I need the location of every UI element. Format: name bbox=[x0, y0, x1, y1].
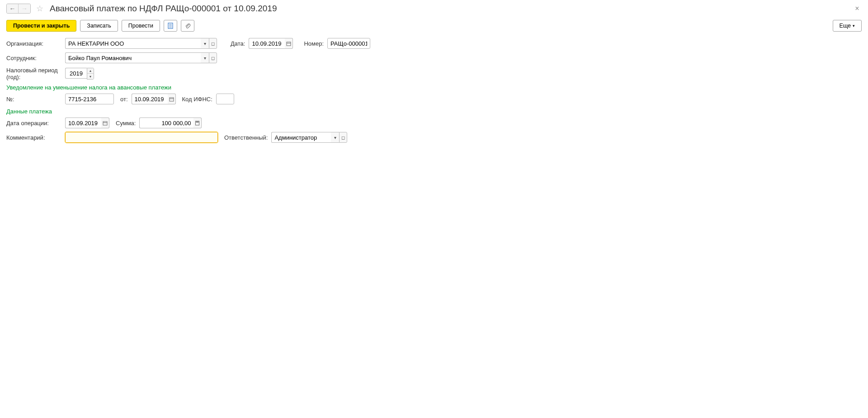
toolbar: Провести и закрыть Записать Провести Еще… bbox=[6, 20, 862, 32]
comment-input[interactable] bbox=[65, 132, 218, 143]
spinner-down-button[interactable]: ▼ bbox=[87, 74, 94, 79]
ifns-code-label: Код ИФНС: bbox=[182, 96, 212, 103]
report-button[interactable] bbox=[164, 20, 177, 32]
svg-rect-4 bbox=[287, 42, 291, 46]
responsible-dropdown-button[interactable]: ▾ bbox=[331, 132, 339, 143]
op-date-label: Дата операции: bbox=[6, 120, 61, 127]
amount-input[interactable] bbox=[139, 117, 193, 128]
notice-date-picker-button[interactable] bbox=[168, 94, 176, 104]
paperclip-icon bbox=[184, 23, 191, 29]
open-icon: ◻ bbox=[211, 56, 215, 61]
employee-dropdown-button[interactable]: ▾ bbox=[201, 52, 209, 63]
attachment-button[interactable] bbox=[181, 20, 194, 32]
date-label: Дата: bbox=[231, 40, 245, 47]
notice-from-label: от: bbox=[120, 96, 128, 103]
chevron-down-icon: ▾ bbox=[204, 56, 206, 61]
post-and-close-button[interactable]: Провести и закрыть bbox=[6, 20, 76, 32]
page-title: Авансовый платеж по НДФЛ РАЩо-000001 от … bbox=[50, 4, 277, 14]
open-icon: ◻ bbox=[211, 41, 215, 46]
amount-label: Сумма: bbox=[116, 120, 136, 127]
tax-year-spinner: ▲ ▼ bbox=[87, 68, 94, 80]
op-date-picker-button[interactable] bbox=[101, 117, 109, 128]
section-payment-title: Данные платежа bbox=[6, 108, 862, 115]
header: ← → ☆ Авансовый платеж по НДФЛ РАЩо-0000… bbox=[6, 4, 862, 14]
arrow-right-icon: → bbox=[21, 5, 28, 12]
arrow-left-icon: ← bbox=[9, 5, 16, 12]
org-label: Организация: bbox=[6, 40, 61, 47]
employee-input[interactable] bbox=[65, 52, 201, 63]
employee-label: Сотрудник: bbox=[6, 55, 61, 61]
responsible-input[interactable] bbox=[271, 132, 331, 143]
close-button[interactable]: × bbox=[853, 4, 862, 13]
section-notice-title: Уведомление на уменьшение налога на аван… bbox=[6, 84, 862, 91]
calendar-icon bbox=[286, 41, 291, 46]
save-button[interactable]: Записать bbox=[80, 20, 118, 32]
calculator-icon bbox=[195, 121, 200, 126]
more-button[interactable]: Еще ▾ bbox=[833, 20, 862, 32]
chevron-down-icon: ▾ bbox=[204, 41, 206, 46]
notice-no-label: №: bbox=[6, 96, 61, 103]
org-input[interactable] bbox=[65, 38, 201, 49]
op-date-input[interactable] bbox=[65, 117, 101, 128]
employee-open-button[interactable]: ◻ bbox=[209, 52, 217, 63]
number-label: Номер: bbox=[304, 40, 324, 47]
chevron-down-icon: ▾ bbox=[334, 135, 336, 140]
tax-year-input[interactable] bbox=[65, 68, 87, 79]
date-picker-button[interactable] bbox=[285, 38, 293, 49]
close-icon: × bbox=[855, 5, 859, 12]
favorite-star-icon[interactable]: ☆ bbox=[35, 4, 44, 13]
svg-rect-8 bbox=[103, 122, 107, 125]
comment-label: Комментарий: bbox=[6, 134, 61, 141]
amount-calc-button[interactable] bbox=[193, 117, 202, 128]
org-dropdown-button[interactable]: ▾ bbox=[201, 38, 209, 49]
post-button[interactable]: Провести bbox=[122, 20, 160, 32]
tax-year-label: Налоговый период (год): bbox=[6, 67, 61, 80]
spinner-up-button[interactable]: ▲ bbox=[87, 68, 94, 74]
number-input[interactable] bbox=[327, 38, 370, 49]
nav-back-button[interactable]: ← bbox=[7, 4, 19, 13]
date-input[interactable] bbox=[249, 38, 285, 49]
report-icon bbox=[167, 23, 174, 29]
chevron-down-icon: ▾ bbox=[853, 23, 855, 28]
responsible-label: Ответственный: bbox=[224, 134, 268, 141]
notice-date-input[interactable] bbox=[132, 94, 168, 104]
svg-rect-6 bbox=[170, 98, 174, 101]
ifns-code-input[interactable] bbox=[216, 94, 234, 104]
nav-forward-button[interactable]: → bbox=[19, 4, 30, 13]
nav-buttons: ← → bbox=[6, 4, 31, 14]
svg-rect-11 bbox=[196, 122, 199, 122]
org-open-button[interactable]: ◻ bbox=[209, 38, 217, 49]
notice-no-input[interactable] bbox=[65, 94, 114, 104]
responsible-open-button[interactable]: ◻ bbox=[339, 132, 347, 143]
open-icon: ◻ bbox=[341, 135, 345, 140]
calendar-icon bbox=[169, 97, 174, 102]
calendar-icon bbox=[103, 121, 108, 126]
